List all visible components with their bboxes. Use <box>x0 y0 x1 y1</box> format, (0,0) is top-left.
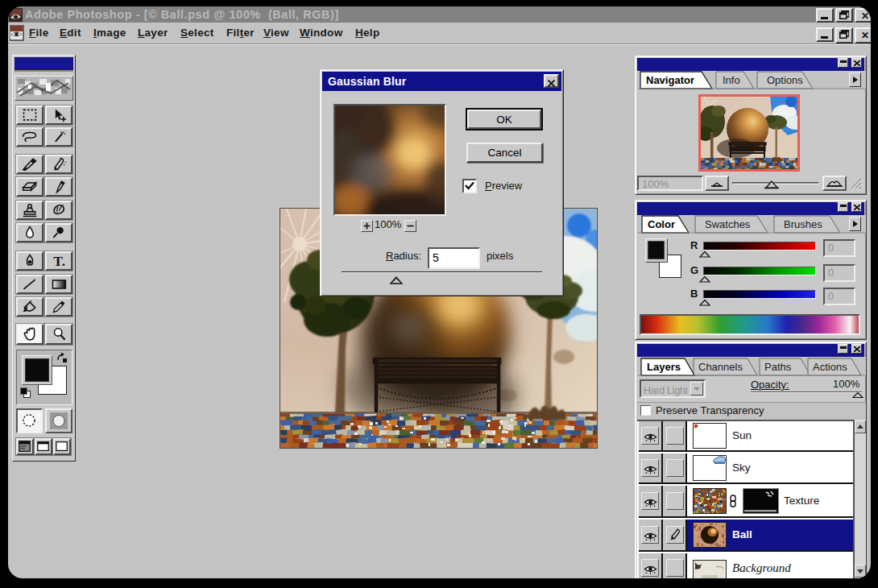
svg-text:Info: Info <box>723 74 740 86</box>
svg-text:Color: Color <box>648 218 675 230</box>
svg-text:Navigator: Navigator <box>646 74 694 86</box>
svg-text:Brushes: Brushes <box>784 218 822 230</box>
svg-text:Swatches: Swatches <box>705 218 751 230</box>
svg-text:Options: Options <box>767 74 803 86</box>
svg-text:Paths: Paths <box>764 361 792 373</box>
svg-text:Channels: Channels <box>698 361 743 373</box>
svg-text:Actions: Actions <box>813 361 847 373</box>
svg-text:Layers: Layers <box>647 361 681 373</box>
svg-text:T.: T. <box>53 253 65 269</box>
